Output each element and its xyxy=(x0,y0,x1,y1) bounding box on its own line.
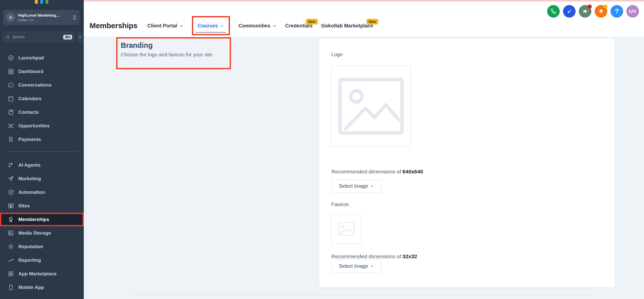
sidebar-item-opportunities[interactable]: Opportunities xyxy=(0,119,84,133)
favicon-select-image-button[interactable]: Select Image xyxy=(331,259,382,273)
sidebar-item-conversations[interactable]: Conversations xyxy=(0,78,84,92)
logo-bar-yellow xyxy=(35,0,38,4)
sidebar-item-media-storage[interactable]: Media Storage xyxy=(0,226,84,240)
app-window: HighLevel Marketing... Dallas, TX ⌘K xyxy=(0,0,644,299)
active-tab-underline xyxy=(196,32,226,33)
sidebar-item-sites[interactable]: Sites xyxy=(0,199,84,213)
search-shortcut-kbd: ⌘K xyxy=(63,35,72,40)
sidebar: HighLevel Marketing... Dallas, TX ⌘K xyxy=(0,0,84,299)
new-badge: New xyxy=(367,19,378,25)
lightning-icon xyxy=(78,34,82,40)
logo-label: Logo xyxy=(331,52,343,57)
chevron-down-icon xyxy=(370,184,374,188)
sidebar-item-marketing[interactable]: Marketing xyxy=(0,172,84,185)
sidebar-item-calendars[interactable]: Calendars xyxy=(0,92,84,105)
calendar-icon xyxy=(8,95,14,102)
annotation-box-branding: Branding Choose the logo and favicon for… xyxy=(116,37,231,69)
media-image-icon xyxy=(8,230,14,236)
sidebar-item-reputation[interactable]: Reputation xyxy=(0,240,84,253)
contacts-book-icon xyxy=(8,109,14,116)
phone-icon xyxy=(550,8,556,14)
agency-location: Dallas, TX xyxy=(18,18,71,22)
tab-credentials[interactable]: Credentials New xyxy=(285,23,313,29)
bottom-divider xyxy=(129,295,593,295)
sidebar-item-dashboard[interactable]: Dashboard xyxy=(0,65,84,78)
new-badge: New xyxy=(306,19,318,25)
sidebar-item-ai-agents[interactable]: AI Agents xyxy=(0,158,84,172)
chevron-down-icon xyxy=(179,24,183,28)
sidebar-item-contacts[interactable]: Contacts xyxy=(0,105,84,119)
search-icon xyxy=(6,35,10,39)
location-pin-icon xyxy=(6,13,15,22)
notifications-button[interactable] xyxy=(595,5,607,18)
chevron-down-icon xyxy=(220,24,224,28)
svg-text:$: $ xyxy=(10,138,11,140)
sidebar-item-mobile-app[interactable]: Mobile App xyxy=(0,281,84,294)
favicon-placeholder[interactable] xyxy=(331,214,361,244)
grid-icon xyxy=(8,271,14,277)
sidebar-item-launchpad[interactable]: Launchpad xyxy=(0,51,84,65)
logo-bar-blue xyxy=(40,0,43,4)
notification-dot-amber xyxy=(603,5,608,9)
chat-bubble-icon xyxy=(8,82,14,88)
announcements-button[interactable] xyxy=(579,5,591,18)
section-subtitle: Choose the logo and favicon for your sit… xyxy=(121,52,230,58)
megaphone-icon xyxy=(582,8,588,14)
star-icon xyxy=(8,243,14,250)
favicon-recommended-text: Recommended dimensions of32x32 xyxy=(331,253,417,259)
search-bar[interactable]: ⌘K xyxy=(3,32,75,42)
ai-assistant-button[interactable] xyxy=(563,5,576,18)
memberships-award-icon xyxy=(8,216,14,223)
sidebar-item-memberships[interactable]: Memberships xyxy=(0,213,84,226)
launchpad-icon xyxy=(8,55,14,61)
brand-logo xyxy=(35,0,48,4)
logo-select-image-button[interactable]: Select Image xyxy=(331,179,382,193)
automation-icon xyxy=(8,189,14,196)
logo-recommended-text: Recommended dimensions of640x640 xyxy=(331,169,423,175)
logo-placeholder[interactable] xyxy=(331,66,411,147)
image-placeholder-icon xyxy=(337,221,355,237)
avatar-initials: UV xyxy=(629,8,636,14)
header-tabs: Client Portal Courses Communities Creden… xyxy=(147,16,373,35)
sidebar-item-automation[interactable]: Automation xyxy=(0,185,84,199)
trend-up-icon xyxy=(8,257,14,264)
search-input[interactable] xyxy=(12,34,63,40)
help-button[interactable]: ? xyxy=(611,5,623,18)
tab-communities[interactable]: Communities xyxy=(238,23,277,29)
section-title: Branding xyxy=(121,41,230,50)
sparkles-icon xyxy=(8,162,14,168)
user-avatar[interactable]: UV xyxy=(626,5,639,18)
agency-name: HighLevel Marketing... xyxy=(18,13,59,17)
page-title: Memberships xyxy=(90,21,137,30)
header-actions: ? UV xyxy=(547,5,639,18)
quick-actions-button[interactable] xyxy=(78,32,83,42)
notification-dot-red xyxy=(588,5,592,9)
chevron-down-icon xyxy=(370,264,374,268)
image-placeholder-icon xyxy=(336,75,407,137)
sidebar-item-payments[interactable]: $ Payments xyxy=(0,133,84,146)
branding-card: Logo Recommended dimensions of640x640 Se… xyxy=(319,38,615,287)
opportunities-icon xyxy=(8,123,14,129)
sidebar-item-reporting[interactable]: Reporting xyxy=(0,253,84,267)
logo-bar-green xyxy=(46,0,48,4)
question-mark-icon: ? xyxy=(615,8,619,15)
sparkles-icon xyxy=(566,8,573,15)
payments-receipt-icon: $ xyxy=(8,136,14,143)
tab-courses[interactable]: Courses xyxy=(198,23,224,29)
favicon-label: Favicon xyxy=(331,202,349,207)
bell-icon xyxy=(598,8,604,15)
agency-switcher[interactable]: HighLevel Marketing... Dallas, TX xyxy=(3,10,80,25)
sidebar-menu-primary: Launchpad Dashboard Conversations Calend… xyxy=(0,51,84,146)
tab-client-portal[interactable]: Client Portal xyxy=(147,23,183,29)
mobile-phone-icon xyxy=(8,284,14,291)
sidebar-menu-secondary: AI Agents Marketing Automation Sites xyxy=(0,158,84,294)
phone-button[interactable] xyxy=(547,5,560,18)
chevron-down-icon xyxy=(272,24,277,28)
sidebar-item-app-marketplace[interactable]: App Marketplace xyxy=(0,267,84,281)
paper-plane-icon xyxy=(8,175,14,182)
main-content: Branding Choose the logo and favicon for… xyxy=(84,37,644,299)
dashboard-icon xyxy=(8,68,14,75)
tab-gokollab-marketplace[interactable]: Gokollab Marketplace New xyxy=(321,23,373,29)
top-header: Memberships Client Portal Courses Commun… xyxy=(84,2,644,37)
browser-globe-icon xyxy=(8,203,14,209)
